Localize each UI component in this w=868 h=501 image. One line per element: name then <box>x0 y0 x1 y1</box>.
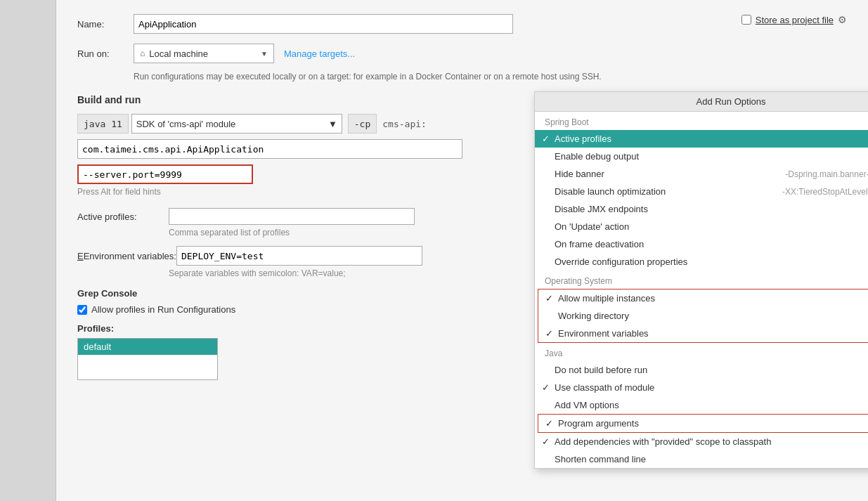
item-label: Allow multiple instances <box>558 293 868 304</box>
item-label: Disable JMX endpoints <box>555 204 868 214</box>
item-label: Enable debug output <box>555 151 868 162</box>
class-input[interactable] <box>77 139 462 159</box>
dropdown-item-env-vars[interactable]: ✓ Environment variables <box>538 325 868 342</box>
item-label: Override configuration properties <box>555 256 868 267</box>
run-on-row: Run on: ⌂ Local machine ▼ Manage targets… <box>77 44 847 63</box>
home-icon: ⌂ <box>140 48 145 58</box>
dropdown-item-override-config[interactable]: Override configuration properties <box>535 253 868 271</box>
item-label: On 'Update' action <box>555 221 868 232</box>
item-label: Working directory <box>558 311 868 321</box>
cp-value: cms-api: <box>382 119 427 129</box>
profiles-input[interactable] <box>169 208 415 225</box>
sdk-dropdown-arrow-icon: ▼ <box>328 119 337 129</box>
allow-profiles-label: Allow profiles in Run Configurations <box>91 304 235 315</box>
dropdown-item-hide-banner[interactable]: Hide banner -Dspring.main.banner-mode=OF… <box>535 165 868 183</box>
item-label: Add VM options <box>555 400 868 410</box>
name-input[interactable] <box>134 14 513 34</box>
check-icon: ✓ <box>542 382 555 393</box>
item-label: Shorten command line <box>555 454 868 464</box>
cp-badge: -cp <box>348 114 377 134</box>
dropdown-item-enable-debug[interactable]: Enable debug output -Ddebug A <box>535 148 868 165</box>
dropdown-header: Add Run Options <box>535 92 868 112</box>
active-profiles-label: Active profiles: <box>77 212 169 222</box>
item-label: Environment variables <box>558 328 868 339</box>
dropdown-item-add-deps[interactable]: ✓ Add dependencies with "provided" scope… <box>535 433 868 450</box>
dropdown-arrow-icon: ▼ <box>261 50 268 58</box>
env-input[interactable] <box>176 246 422 266</box>
env-vars-label: EEnvironment variables: <box>77 251 176 261</box>
check-icon: ✓ <box>545 328 558 339</box>
dropdown-item-frame-deactivation[interactable]: On frame deactivation Do nothing <box>535 235 868 253</box>
run-on-label: Run on: <box>77 48 134 59</box>
item-label: Add dependencies with "provided" scope t… <box>555 436 868 447</box>
local-machine-text: Local machine <box>149 48 257 59</box>
item-label: Use classpath of module <box>555 382 868 393</box>
allow-profiles-checkbox[interactable] <box>77 305 87 315</box>
args-input[interactable] <box>77 164 253 184</box>
dropdown-item-allow-multiple[interactable]: ✓ Allow multiple instances A <box>538 289 868 307</box>
dropdown-item-shorten-cmdline[interactable]: Shorten command line <box>535 450 868 468</box>
left-sidebar <box>0 0 56 501</box>
name-row: Name: <box>77 14 847 34</box>
store-label: Store as project file <box>756 15 834 25</box>
dropdown-item-active-profiles[interactable]: ✓ Active profiles <box>535 130 868 148</box>
check-icon: ✓ <box>542 436 555 447</box>
info-text: Run configurations may be executed local… <box>134 70 847 83</box>
dropdown-item-update-action[interactable]: On 'Update' action Do nothing <box>535 218 868 235</box>
dropdown-item-disable-launch[interactable]: Disable launch optimization -XX:TieredSt… <box>535 183 868 200</box>
content-area: Store as project file ⚙ Name: Run on: ⌂ … <box>56 0 868 501</box>
java-badge: java 11 <box>77 114 129 134</box>
dropdown-item-program-args[interactable]: ✓ Program arguments <box>538 415 868 432</box>
dropdown-item-no-build[interactable]: Do not build before run <box>535 361 868 379</box>
gear-icon[interactable]: ⚙ <box>838 14 847 25</box>
profiles-list: default <box>77 338 218 380</box>
dropdown-item-working-dir[interactable]: Working directory A <box>538 307 868 325</box>
dropdown-item-disable-jmx[interactable]: Disable JMX endpoints <box>535 200 868 218</box>
os-section-title: Operating System <box>535 271 868 289</box>
store-checkbox[interactable] <box>741 15 751 25</box>
dropdown-item-use-classpath[interactable]: ✓ Use classpath of module <box>535 379 868 396</box>
check-icon: ✓ <box>542 134 555 144</box>
item-label: Hide banner <box>555 169 779 179</box>
sdk-dropdown-text: SDK of 'cms-api' module <box>136 119 325 129</box>
dropdown-overlay: Add Run Options Spring Boot ✓ Active pro… <box>534 91 868 469</box>
name-label: Name: <box>77 19 134 30</box>
item-shortcut: -Dspring.main.banner-mode=OFF <box>785 169 868 179</box>
item-label: Program arguments <box>558 418 868 429</box>
check-icon: ✓ <box>545 293 558 304</box>
java-section-title: Java <box>535 343 868 361</box>
dropdown-item-add-vm[interactable]: Add VM options <box>535 396 868 414</box>
check-icon: ✓ <box>545 418 558 429</box>
profile-default[interactable]: default <box>78 339 217 355</box>
item-shortcut: -XX:TieredStopAtLevel=1 -noverify <box>782 187 868 197</box>
sdk-dropdown[interactable]: SDK of 'cms-api' module ▼ <box>131 114 342 134</box>
manage-targets-link[interactable]: Manage targets... <box>284 48 355 59</box>
store-row: Store as project file ⚙ <box>741 14 847 25</box>
item-label: Disable launch optimization <box>555 186 777 197</box>
main-container: Store as project file ⚙ Name: Run on: ⌂ … <box>0 0 868 501</box>
item-label: On frame deactivation <box>555 239 868 249</box>
spring-boot-section-title: Spring Boot <box>535 112 868 130</box>
item-label: Do not build before run <box>555 365 868 375</box>
local-machine-dropdown[interactable]: ⌂ Local machine ▼ <box>134 44 274 63</box>
item-label: Active profiles <box>555 134 868 144</box>
